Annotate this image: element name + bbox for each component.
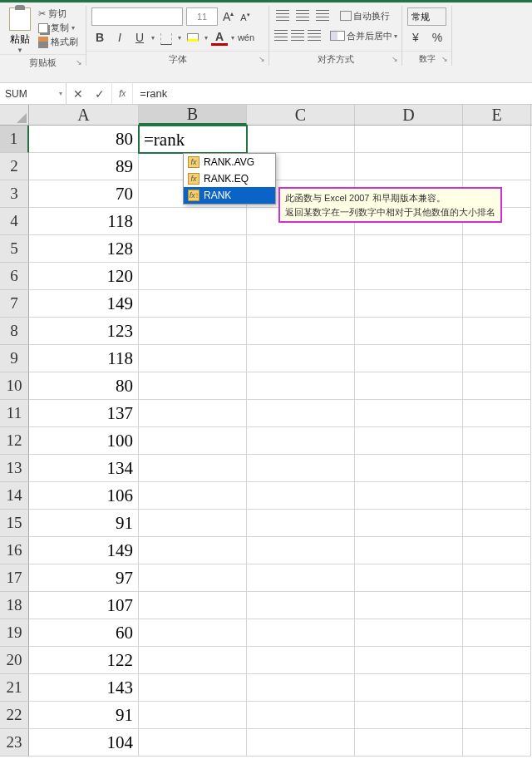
cell-E9[interactable] [463, 345, 531, 372]
font-color-button[interactable]: A [211, 29, 228, 46]
cell-B7[interactable] [139, 290, 247, 318]
cell-B23[interactable] [139, 729, 247, 757]
cell-D23[interactable] [355, 729, 463, 757]
decrease-font-button[interactable]: A▾ [239, 12, 251, 22]
row-header-17[interactable]: 17 [0, 564, 29, 592]
cell-E22[interactable] [463, 702, 531, 729]
cell-D14[interactable] [355, 482, 463, 510]
cell-D12[interactable] [355, 427, 463, 455]
cell-E16[interactable] [463, 537, 531, 564]
cell-E23[interactable] [463, 729, 531, 757]
underline-button[interactable]: U [131, 29, 148, 46]
row-header-14[interactable]: 14 [0, 482, 29, 510]
cell-E12[interactable] [463, 427, 531, 455]
border-button[interactable] [158, 29, 175, 46]
cell-E1[interactable] [463, 126, 531, 153]
cell-A23[interactable]: 104 [29, 729, 139, 757]
cell-E5[interactable] [463, 235, 531, 263]
cell-D15[interactable] [355, 510, 463, 537]
row-header-12[interactable]: 12 [0, 427, 29, 455]
cell-D16[interactable] [355, 537, 463, 564]
cell-D11[interactable] [355, 400, 463, 427]
cell-D6[interactable] [355, 263, 463, 290]
fill-color-button[interactable] [185, 29, 201, 46]
cell-D13[interactable] [355, 455, 463, 482]
cell-E7[interactable] [463, 290, 531, 318]
wrap-text-button[interactable]: 自动换行 [340, 10, 390, 22]
select-all-corner[interactable] [0, 105, 29, 125]
cell-B21[interactable] [139, 674, 247, 702]
cell-B6[interactable] [139, 263, 247, 290]
row-header-8[interactable]: 8 [0, 318, 29, 345]
cell-A11[interactable]: 137 [29, 400, 139, 427]
column-header-B[interactable]: B [139, 105, 247, 125]
font-name-select[interactable] [91, 7, 183, 26]
copy-button[interactable]: 复制 ▾ [38, 22, 78, 34]
column-header-D[interactable]: D [355, 105, 463, 125]
cell-A16[interactable]: 149 [29, 537, 139, 564]
cell-B1[interactable] [139, 126, 247, 153]
cell-E13[interactable] [463, 455, 531, 482]
cell-B14[interactable] [139, 482, 247, 510]
row-header-2[interactable]: 2 [0, 153, 29, 180]
row-header-19[interactable]: 19 [0, 619, 29, 647]
italic-button[interactable]: I [111, 29, 128, 46]
cell-C12[interactable] [247, 427, 355, 455]
phonetic-button[interactable]: wén [238, 29, 254, 46]
row-header-9[interactable]: 9 [0, 345, 29, 372]
cell-B4[interactable] [139, 208, 247, 235]
cell-C21[interactable] [247, 674, 355, 702]
format-painter-button[interactable]: 格式刷 [38, 36, 78, 48]
cell-D18[interactable] [355, 592, 463, 619]
cell-C17[interactable] [247, 564, 355, 592]
cell-A3[interactable]: 70 [29, 180, 139, 208]
cell-A19[interactable]: 60 [29, 619, 139, 647]
cell-C20[interactable] [247, 647, 355, 674]
name-box[interactable]: SUM [0, 83, 66, 104]
cell-E17[interactable] [463, 564, 531, 592]
row-header-3[interactable]: 3 [0, 180, 29, 208]
cell-C8[interactable] [247, 318, 355, 345]
cell-D8[interactable] [355, 318, 463, 345]
cell-E8[interactable] [463, 318, 531, 345]
cell-A10[interactable]: 80 [29, 372, 139, 400]
cell-A1[interactable]: 80 [29, 126, 139, 153]
cell-D19[interactable] [355, 619, 463, 647]
cell-E10[interactable] [463, 372, 531, 400]
cell-B11[interactable] [139, 400, 247, 427]
cell-B17[interactable] [139, 564, 247, 592]
cancel-formula-button[interactable]: ✕ [71, 87, 85, 101]
font-size-select[interactable]: 11 [186, 7, 218, 26]
cell-B20[interactable] [139, 647, 247, 674]
row-header-21[interactable]: 21 [0, 674, 29, 702]
cell-D9[interactable] [355, 345, 463, 372]
cell-D17[interactable] [355, 564, 463, 592]
cell-B22[interactable] [139, 702, 247, 729]
cell-A20[interactable]: 122 [29, 647, 139, 674]
cell-A2[interactable]: 89 [29, 153, 139, 180]
row-header-10[interactable]: 10 [0, 372, 29, 400]
align-bottom-button[interactable] [314, 7, 331, 24]
cell-B5[interactable] [139, 235, 247, 263]
cell-C22[interactable] [247, 702, 355, 729]
cut-button[interactable]: ✂ 剪切 [38, 7, 78, 20]
cell-A9[interactable]: 118 [29, 345, 139, 372]
cell-D22[interactable] [355, 702, 463, 729]
cell-A18[interactable]: 107 [29, 592, 139, 619]
cell-E20[interactable] [463, 647, 531, 674]
cell-A14[interactable]: 106 [29, 482, 139, 510]
merge-center-button[interactable]: 合并后居中 ▾ [330, 30, 397, 42]
cell-E11[interactable] [463, 400, 531, 427]
paste-button[interactable]: 粘贴 ▼ [5, 7, 35, 54]
cell-B15[interactable] [139, 510, 247, 537]
bold-button[interactable]: B [91, 29, 108, 46]
autocomplete-item-rank-avg[interactable]: fx RANK.AVG [184, 154, 275, 170]
enter-formula-button[interactable]: ✓ [93, 87, 106, 101]
cell-E14[interactable] [463, 482, 531, 510]
row-header-20[interactable]: 20 [0, 647, 29, 674]
align-center-button[interactable] [291, 27, 304, 44]
row-header-22[interactable]: 22 [0, 702, 29, 729]
cell-E21[interactable] [463, 674, 531, 702]
row-header-23[interactable]: 23 [0, 729, 29, 757]
cell-A6[interactable]: 120 [29, 263, 139, 290]
